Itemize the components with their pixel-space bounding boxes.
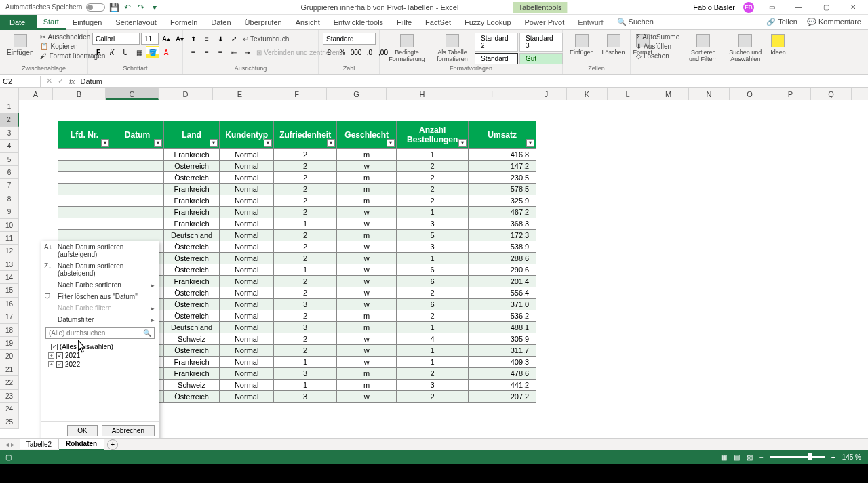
formula-input[interactable]: Datum	[81, 77, 102, 85]
align-middle-icon[interactable]: ≡	[201, 33, 213, 45]
sheet-tab-rohdaten[interactable]: Rohdaten	[59, 439, 104, 450]
filter-dropdown-icon[interactable]: ▾	[327, 139, 335, 147]
row-header[interactable]: 3	[0, 127, 19, 140]
tab-daten[interactable]: Daten	[204, 16, 237, 29]
fill-button[interactable]: ⬇ Ausfüllen	[635, 42, 681, 51]
tab-entwicklertools[interactable]: Entwicklertools	[327, 16, 390, 29]
sort-desc-button[interactable]: Z↓Nach Datum sortieren (absteigend)	[41, 260, 159, 279]
zoom-level[interactable]: 145 %	[842, 453, 861, 461]
thousand-icon[interactable]: 000	[350, 46, 362, 58]
table-row[interactable]: DeutschlandNormal2m5172,3	[58, 230, 536, 241]
maximize-icon[interactable]: ▢	[816, 1, 835, 14]
view-break-icon[interactable]: ▧	[747, 453, 753, 461]
ribbon-mode-icon[interactable]: ▭	[762, 1, 781, 14]
tab-powerpivot[interactable]: Power Pivot	[518, 16, 572, 29]
select-all-corner[interactable]	[0, 88, 19, 100]
tab-entwurf[interactable]: Entwurf	[571, 16, 610, 29]
currency-icon[interactable]: €	[323, 46, 335, 58]
sort-color-button[interactable]: Nach Farbe sortieren▸	[41, 279, 159, 291]
font-name-combo[interactable]: Calibri	[92, 33, 140, 45]
save-icon[interactable]: 💾	[109, 3, 119, 12]
zoom-slider[interactable]	[770, 456, 825, 458]
filter-search[interactable]: 🔍	[45, 327, 155, 339]
record-macro-icon[interactable]: ▢	[0, 453, 12, 461]
percent-icon[interactable]: %	[336, 46, 349, 58]
row-header[interactable]: 15	[0, 284, 19, 297]
checkbox-icon[interactable]: ✓	[56, 361, 63, 368]
table-header[interactable]: Land▾	[164, 121, 220, 149]
col-header[interactable]: Q	[811, 88, 852, 100]
table-header[interactable]: Geschlecht▾	[337, 121, 397, 149]
undo-icon[interactable]: ↶	[123, 3, 132, 12]
font-size-combo[interactable]: 11	[141, 33, 159, 45]
indent-dec-icon[interactable]: ⇤	[228, 46, 240, 58]
filter-cancel-button[interactable]: Abbrechen	[102, 425, 155, 436]
filter-dropdown-icon[interactable]: ▾	[526, 139, 534, 147]
row-header[interactable]: 2	[0, 113, 19, 126]
sort-asc-button[interactable]: A↓Nach Datum sortieren (aufsteigend)	[41, 241, 159, 260]
col-header[interactable]: B	[53, 88, 106, 100]
filter-dropdown-icon[interactable]: ▾	[101, 139, 109, 147]
increase-font-icon[interactable]: A▴	[160, 33, 172, 45]
filter-ok-button[interactable]: OK	[67, 425, 97, 436]
align-right-icon[interactable]: ≡	[214, 46, 226, 58]
table-header[interactable]: Kundentyp▾	[220, 121, 274, 149]
col-header[interactable]: F	[267, 88, 327, 100]
insert-cells-button[interactable]: Einfügen	[567, 33, 597, 57]
tab-fuzzylookup[interactable]: Fuzzy Lookup	[458, 16, 517, 29]
cancel-formula-icon[interactable]: ✕	[46, 77, 52, 85]
tab-einfuegen[interactable]: Einfügen	[66, 16, 108, 29]
expand-icon[interactable]: +	[48, 361, 54, 367]
tab-factset[interactable]: FactSet	[418, 16, 458, 29]
view-layout-icon[interactable]: ▤	[734, 453, 740, 461]
toggle-icon[interactable]	[86, 3, 105, 12]
border-icon[interactable]: ▦	[133, 46, 145, 58]
style-standard3[interactable]: Standard 3	[519, 33, 563, 52]
filter-dropdown-icon[interactable]: ▾	[210, 139, 218, 147]
fx-icon[interactable]: fx	[69, 77, 75, 85]
as-table-button[interactable]: Als Tabelle formatieren	[433, 33, 472, 64]
delete-cells-button[interactable]: Löschen	[599, 33, 628, 57]
align-left-icon[interactable]: ≡	[187, 46, 199, 58]
add-sheet-button[interactable]: +	[107, 439, 118, 450]
tab-ansicht[interactable]: Ansicht	[289, 16, 327, 29]
share-button[interactable]: 🔗 Teilen	[766, 18, 797, 26]
col-header[interactable]: C	[106, 88, 159, 100]
paste-button[interactable]: Einfügen	[4, 33, 36, 58]
table-header[interactable]: Datum▾	[111, 121, 164, 149]
ideas-button[interactable]: Ideen	[768, 33, 789, 57]
filter-values-tree[interactable]: ✓(Alles auswählen) +✓2021 +✓2022	[41, 341, 159, 421]
align-bottom-icon[interactable]: ⬇	[214, 33, 226, 45]
fill-color-icon[interactable]: 🪣	[146, 46, 159, 58]
find-select-button[interactable]: Suchen und Auswählen	[726, 33, 765, 64]
table-row[interactable]: ÖsterreichNormal2m2230,5	[58, 172, 536, 184]
col-header[interactable]: P	[770, 88, 811, 100]
sheet-tab-tabelle2[interactable]: Tabelle2	[20, 439, 59, 449]
dec-inc-icon[interactable]: ,0	[363, 46, 376, 58]
tab-ueberpruefen[interactable]: Überprüfen	[238, 16, 289, 29]
filter-year-2022[interactable]: +✓2022	[45, 360, 155, 369]
wrap-text-button[interactable]: ↩ Textumbruch	[241, 35, 290, 43]
row-header[interactable]: 9	[0, 205, 19, 218]
row-header[interactable]: 18	[0, 324, 19, 337]
table-header[interactable]: Umsatz▾	[469, 121, 536, 149]
sheet-nav-icon[interactable]: ◂ ▸	[0, 441, 20, 448]
table-header[interactable]: Zufriedenheit▾	[274, 121, 337, 149]
italic-icon[interactable]: K	[106, 46, 118, 58]
col-header[interactable]: E	[213, 88, 267, 100]
row-header[interactable]: 20	[0, 350, 19, 363]
col-header[interactable]: A	[19, 88, 53, 100]
zoom-out-icon[interactable]: −	[760, 453, 764, 461]
row-header[interactable]: 14	[0, 271, 19, 284]
filter-dropdown-icon[interactable]: ▾	[264, 139, 272, 147]
table-row[interactable]: FrankreichNormal2m2578,5	[58, 184, 536, 195]
col-header[interactable]: I	[458, 88, 526, 100]
row-header[interactable]: 21	[0, 363, 19, 376]
minimize-icon[interactable]: —	[789, 1, 808, 14]
style-gut[interactable]: Gut	[519, 53, 563, 64]
row-header[interactable]: 4	[0, 140, 19, 152]
col-header[interactable]: O	[730, 88, 770, 100]
number-format-combo[interactable]: Standard	[323, 33, 376, 45]
align-center-icon[interactable]: ≡	[201, 46, 213, 58]
style-standard2[interactable]: Standard 2	[475, 33, 518, 52]
